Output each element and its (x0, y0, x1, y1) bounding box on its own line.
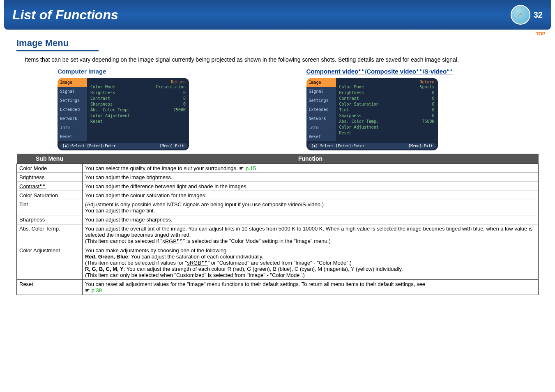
row-name: Reset (17, 279, 83, 295)
menu-item: Color Saturation (339, 101, 379, 107)
row-desc: You can select the quality of the image … (83, 164, 539, 173)
menu-value: 0 (432, 96, 434, 101)
row-name: Sharpness (17, 215, 83, 224)
menu-value: 7500K (422, 119, 434, 125)
link-component-video[interactable]: Component video (306, 68, 365, 75)
menu-item: Tint (339, 107, 349, 113)
menu-value: 0 (432, 113, 434, 119)
row-desc: (Adjustment is only possible when NTSC s… (83, 200, 539, 215)
screenshot-label-left: Computer image (58, 68, 290, 75)
link-srgb[interactable]: sRGB (187, 260, 208, 266)
row-name: Color Mode (17, 164, 83, 173)
table-row: Color Adjustment You can make adjustment… (17, 246, 539, 279)
screenshot-left: Image Signal Settings Extended Network I… (58, 78, 189, 150)
row-desc: You can adjust the image brightness. (83, 173, 539, 182)
table-row: Color Mode You can select the quality of… (17, 164, 539, 173)
menu-tab: Extended (58, 105, 87, 114)
column-header-submenu: Sub Menu (17, 154, 83, 164)
menu-value: 7500K (173, 107, 186, 113)
menu-item: Color Adjustment (339, 125, 379, 130)
menu-item: Reset (339, 130, 352, 136)
row-desc: You can make adjustments by choosing one… (83, 246, 539, 279)
table-row: Reset You can reset all adjustment value… (17, 279, 539, 295)
heading-underline (16, 50, 539, 51)
row-desc: You can adjust the image sharpness. (83, 215, 539, 224)
home-icon[interactable]: ⌂ (511, 5, 530, 25)
menu-footer-left: [◆]:Select [Enter]:Enter (62, 144, 116, 148)
menu-item: Reset (90, 119, 103, 125)
menu-item: Brightness (339, 90, 364, 96)
menu-tab: Settings (306, 96, 336, 105)
row-desc: You can adjust the colour saturation for… (83, 191, 539, 200)
table-row: Brightness You can adjust the image brig… (17, 173, 539, 182)
row-name: Color Saturation (17, 191, 83, 200)
row-desc: You can reset all adjustment values for … (83, 279, 539, 295)
table-row: Contrast You can adjust the difference b… (17, 182, 539, 191)
menu-tab: Info (58, 123, 87, 132)
menu-return: Return (339, 80, 435, 84)
menu-value: 0 (432, 107, 434, 113)
menu-tab: Network (58, 114, 87, 123)
menu-value: Sports (419, 84, 434, 90)
section-heading: Image Menu (16, 38, 539, 48)
menu-tab: Image (306, 78, 336, 87)
menu-item: Color Adjustment (90, 113, 130, 119)
link-s-video[interactable]: S-video (424, 68, 453, 75)
section-intro: Items that can be set vary depending on … (25, 56, 539, 63)
page-title: List of Functions (12, 7, 118, 23)
page-number: 32 (534, 10, 543, 20)
menu-footer-right: [Menu]:Exit (408, 144, 433, 148)
menu-tab: Signal (306, 87, 336, 96)
menu-value: 0 (183, 96, 186, 101)
table-row: Sharpness You can adjust the image sharp… (17, 215, 539, 224)
menu-item: Brightness (90, 90, 115, 96)
menu-tab: Reset (58, 132, 87, 141)
menu-footer-left: [◆]:Select [Enter]:Enter (311, 144, 365, 148)
functions-table: Sub Menu Function Color Mode You can sel… (16, 154, 539, 295)
menu-value: Presentation (156, 84, 186, 90)
row-name: Contrast (17, 182, 83, 191)
row-name: Abs. Color Temp. (17, 224, 83, 246)
row-name: Color Adjustment (17, 246, 83, 279)
link-srgb[interactable]: sRGB (162, 238, 183, 244)
menu-item: Abs. Color Temp. (339, 119, 379, 125)
menu-tab: Extended (306, 105, 336, 114)
table-row: Abs. Color Temp. You can adjust the over… (17, 224, 539, 246)
screenshot-label-right: Component video/Composite video/S-video (306, 68, 539, 75)
row-name: Brightness (17, 173, 83, 182)
menu-item: Color Mode (339, 84, 364, 90)
column-header-function: Function (83, 154, 539, 164)
menu-tab: Settings (58, 96, 87, 105)
link-p39[interactable]: p.39 (85, 287, 102, 293)
menu-value: 0 (432, 90, 434, 96)
menu-item: Contrast (339, 96, 359, 101)
top-label: TOP (536, 31, 545, 36)
menu-tab: Network (306, 114, 336, 123)
menu-tab: Image (58, 78, 87, 87)
row-desc: You can adjust the difference between li… (83, 182, 539, 191)
screenshot-right: Image Signal Settings Extended Network I… (306, 78, 438, 150)
menu-item: Contrast (90, 96, 110, 101)
row-desc: You can adjust the overall tint of the i… (83, 224, 539, 246)
menu-return: Return (90, 80, 186, 84)
menu-item: Sharpness (90, 101, 113, 107)
menu-tab: Signal (58, 87, 87, 96)
menu-tab: Info (306, 123, 336, 132)
menu-value: 0 (432, 101, 434, 107)
menu-item: Color Mode (90, 84, 115, 90)
menu-tab: Reset (306, 132, 336, 141)
menu-footer-right: [Menu]:Exit (159, 144, 184, 148)
menu-value: 0 (183, 90, 186, 96)
menu-item: Abs. Color Temp. (90, 107, 130, 113)
link-composite-video[interactable]: Composite video (366, 68, 423, 75)
menu-item: Sharpness (339, 113, 362, 119)
link-p15[interactable]: p.15 (239, 165, 256, 171)
table-row: Color Saturation You can adjust the colo… (17, 191, 539, 200)
menu-value: 0 (183, 101, 186, 107)
table-row: Tint (Adjustment is only possible when N… (17, 200, 539, 215)
row-name: Tint (17, 200, 83, 215)
